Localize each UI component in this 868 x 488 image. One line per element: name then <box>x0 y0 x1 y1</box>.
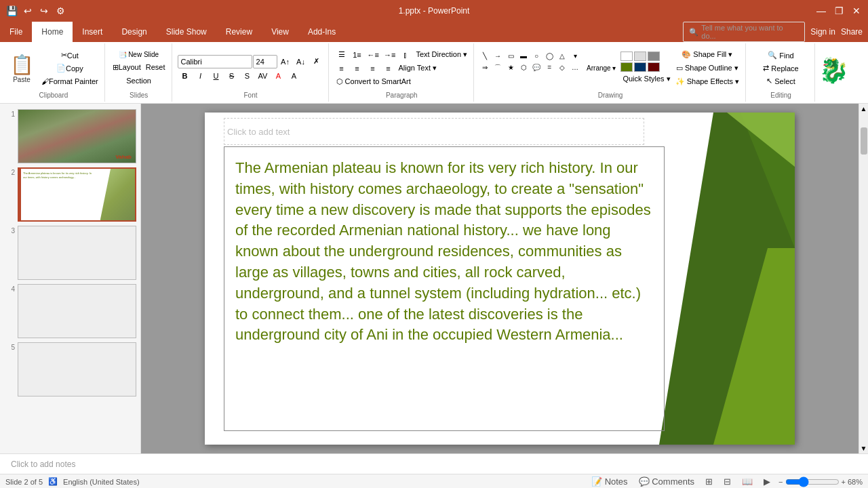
slide-thumb-2[interactable]: 2 The Armenian plateau is known for its … <box>4 167 136 222</box>
accessibility-icon[interactable]: ♿ <box>48 477 58 486</box>
undo-icon[interactable]: ↩ <box>22 5 34 17</box>
tab-slideshow[interactable]: Slide Show <box>157 22 216 42</box>
tab-file[interactable]: File <box>0 22 32 42</box>
shape-tri[interactable]: △ <box>557 52 568 61</box>
justify-button[interactable]: ≡ <box>381 62 396 75</box>
scroll-up-button[interactable]: ▲ <box>859 104 868 114</box>
canvas-scrollbar[interactable]: ▲ ▼ <box>859 104 868 453</box>
char-spacing-button[interactable]: AV <box>256 70 271 82</box>
align-center-button[interactable]: ≡ <box>350 62 365 75</box>
minimize-icon[interactable]: — <box>815 5 827 17</box>
columns-button[interactable]: ⫿ <box>398 49 413 61</box>
align-left-button[interactable]: ≡ <box>334 62 349 75</box>
shape-diamond[interactable]: ◇ <box>557 63 568 73</box>
convert-smartart-button[interactable]: ⬡ Convert to SmartArt <box>334 76 413 88</box>
tab-home[interactable]: Home <box>32 22 73 42</box>
font-size-input[interactable] <box>253 55 277 68</box>
shape-more[interactable]: ▾ <box>570 52 580 61</box>
zoom-out-icon[interactable]: − <box>778 478 783 486</box>
zoom-in-icon[interactable]: + <box>842 478 846 486</box>
shape-arrow2[interactable]: ⇒ <box>479 63 490 73</box>
tab-review[interactable]: Review <box>216 22 262 42</box>
notes-button[interactable]: 📝 Notes <box>589 476 631 487</box>
shape-outline-button[interactable]: ▭ Shape Outline ▾ <box>673 62 741 75</box>
shape-star[interactable]: ★ <box>505 63 516 73</box>
shadow-button[interactable]: S <box>240 70 255 82</box>
comments-button[interactable]: 💬 Comments <box>636 476 697 487</box>
style-swatch-1[interactable] <box>620 52 633 61</box>
section-button[interactable]: Section <box>124 75 153 87</box>
title-placeholder[interactable]: Click to add text <box>224 118 644 145</box>
normal-view-button[interactable]: ⊞ <box>703 476 715 487</box>
shape-rect2[interactable]: ▬ <box>518 52 529 61</box>
style-swatch-4[interactable] <box>620 62 633 72</box>
redo-icon[interactable]: ↪ <box>38 5 50 17</box>
font-name-input[interactable] <box>178 55 252 68</box>
align-text-button[interactable]: Align Text ▾ <box>397 62 439 75</box>
style-swatch-3[interactable] <box>648 52 660 61</box>
increase-font-button[interactable]: A↑ <box>278 56 293 68</box>
bullets-button[interactable]: ☰ <box>334 49 349 61</box>
replace-button[interactable]: ⇄ Replace <box>760 62 801 74</box>
copy-button[interactable]: 📄 Copy <box>39 62 100 75</box>
paste-button[interactable]: 📋 Paste <box>7 51 37 86</box>
scroll-down-button[interactable]: ▼ <box>859 443 868 453</box>
tab-view[interactable]: View <box>262 22 298 42</box>
restore-icon[interactable]: ❐ <box>833 5 845 17</box>
clear-format-button[interactable]: ✗ <box>309 56 324 68</box>
align-right-button[interactable]: ≡ <box>366 62 380 75</box>
zoom-range[interactable] <box>785 476 840 487</box>
cut-button[interactable]: ✂ Cut <box>39 49 100 62</box>
find-button[interactable]: 🔍 Find <box>765 49 796 61</box>
new-slide-button[interactable]: 📑 New Slide <box>116 49 161 60</box>
layout-button[interactable]: ⊞ Layout <box>111 61 143 73</box>
shape-callout[interactable]: 💬 <box>531 63 542 73</box>
shape-oval[interactable]: ◯ <box>544 52 555 61</box>
font-color-button[interactable]: A <box>271 70 286 82</box>
tab-design[interactable]: Design <box>112 22 156 42</box>
increase-indent-button[interactable]: →≡ <box>382 49 397 61</box>
slide-thumb-5[interactable]: 5 <box>4 342 136 396</box>
format-painter-button[interactable]: 🖌 Format Painter <box>39 75 100 87</box>
strikethrough-button[interactable]: S <box>224 70 239 82</box>
shape-eq[interactable]: = <box>544 63 555 73</box>
decrease-font-button[interactable]: A↓ <box>294 56 309 68</box>
slide-thumb-3[interactable]: 3 <box>4 226 136 280</box>
shape-line[interactable]: ╲ <box>479 52 490 61</box>
italic-button[interactable]: I <box>193 70 208 82</box>
bold-button[interactable]: B <box>178 70 193 82</box>
tab-addins[interactable]: Add-Ins <box>298 22 345 42</box>
highlight-button[interactable]: A <box>287 70 302 82</box>
zoom-slider[interactable]: − + 68% <box>778 476 863 487</box>
shape-fill-button[interactable]: 🎨 Shape Fill ▾ <box>673 49 741 61</box>
text-direction-button[interactable]: Text Direction ▾ <box>414 49 469 61</box>
underline-button[interactable]: U <box>209 70 224 82</box>
shape-arrow[interactable]: → <box>492 52 503 61</box>
slide-sorter-button[interactable]: ⊟ <box>721 476 734 487</box>
reset-button[interactable]: Reset <box>144 61 167 73</box>
save-icon[interactable]: 💾 <box>5 5 18 17</box>
decrease-indent-button[interactable]: ←≡ <box>366 49 381 61</box>
tab-insert[interactable]: Insert <box>73 22 112 42</box>
reading-view-button[interactable]: 📖 <box>739 476 755 487</box>
style-swatch-6[interactable] <box>648 62 660 72</box>
close-icon[interactable]: ✕ <box>850 5 863 17</box>
customize-icon[interactable]: ⚙ <box>54 5 66 17</box>
slide-thumb-4[interactable]: 4 <box>4 284 136 338</box>
shape-more2[interactable]: … <box>570 63 580 73</box>
slide-text-box[interactable]: The Armenian plateau is known for its ve… <box>224 146 665 431</box>
style-swatch-2[interactable] <box>634 52 646 61</box>
sign-in-button[interactable]: Sign in <box>810 27 835 37</box>
notes-bar[interactable]: Click to add notes <box>0 453 868 474</box>
arrange-button[interactable]: Arrange ▾ <box>583 63 620 73</box>
slide-thumb-1[interactable]: 1 Vahab <box>4 109 136 163</box>
scrollbar-thumb[interactable] <box>861 127 867 155</box>
tell-me-input[interactable]: 🔍 Tell me what you want to do... <box>683 22 805 42</box>
quick-styles-button[interactable]: Quick Styles ▾ <box>620 73 672 85</box>
slide-canvas[interactable]: Click to add text The Armenian plateau i… <box>205 113 795 445</box>
style-swatch-5[interactable] <box>634 62 646 72</box>
shape-hex[interactable]: ⬡ <box>518 63 529 73</box>
shape-rect[interactable]: ▭ <box>505 52 516 61</box>
select-button[interactable]: ↖ Select <box>764 75 798 87</box>
share-button[interactable]: Share <box>841 27 863 37</box>
